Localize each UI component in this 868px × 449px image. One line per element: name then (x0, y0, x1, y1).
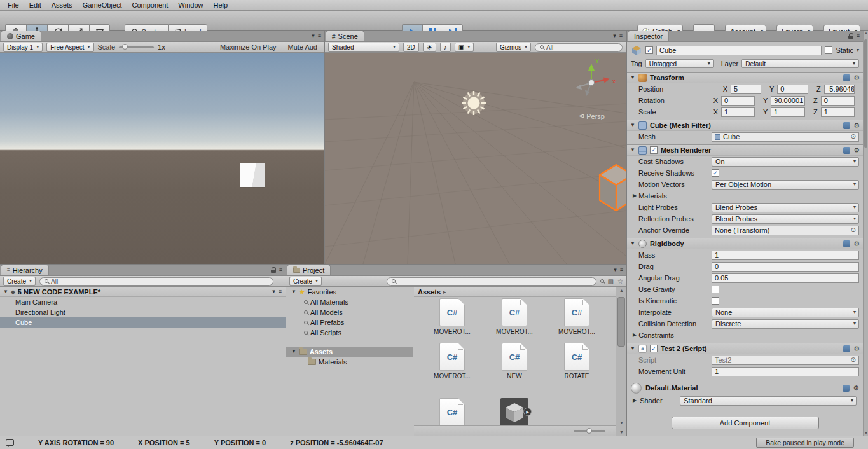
add-component-button[interactable]: Add Component (672, 417, 819, 429)
position-y-field[interactable]: 0 (777, 85, 808, 94)
asset-item[interactable]: C# NEW (486, 343, 543, 380)
mute-audio-toggle[interactable]: Mute Aud (284, 43, 321, 51)
static-checkbox[interactable] (825, 46, 832, 54)
menu-component[interactable]: Component (127, 0, 173, 10)
search-by-type-icon[interactable] (600, 279, 604, 283)
script-object-field[interactable]: Test2 ⊙ (712, 356, 859, 365)
foldout-icon[interactable]: ▼ (3, 289, 8, 294)
tab-inspector[interactable]: Inspector (628, 31, 669, 41)
foldout-icon[interactable]: ▶ (633, 193, 637, 198)
foldout-icon[interactable]: ▼ (630, 123, 635, 128)
scroll-up-icon[interactable]: ▲ (864, 31, 868, 35)
interpolate-dropdown[interactable]: None▾ (712, 308, 859, 317)
lighting-toggle[interactable]: ☀ (423, 43, 436, 52)
assets-folder-row[interactable]: ▼ Assets (286, 347, 413, 357)
scene-viewport[interactable]: Y x ⊲ Persp (325, 53, 626, 264)
menu-help[interactable]: Help (208, 0, 233, 10)
gizmo-x-label[interactable]: x (612, 78, 616, 85)
mesh-renderer-header[interactable]: ▼ ✓ Mesh Renderer ⚙ (627, 144, 863, 156)
scene-orientation-gizmo[interactable]: Y x (575, 58, 616, 96)
layer-dropdown[interactable]: Default▾ (741, 59, 859, 68)
pane-dropdown-icon[interactable]: ▾ (614, 266, 617, 273)
tab-game[interactable]: Game (1, 31, 41, 41)
scrollbar-thumb[interactable] (617, 297, 625, 347)
2d-toggle[interactable]: 2D (403, 43, 419, 52)
favorite-all-prefabs[interactable]: All Prefabs (286, 317, 413, 328)
menu-edit[interactable]: Edit (24, 0, 46, 10)
materials-foldout[interactable]: ▶ Materials (627, 190, 863, 202)
scroll-down-icon[interactable]: ▼ (616, 430, 627, 434)
gear-icon[interactable]: ⚙ (853, 240, 860, 248)
perspective-label[interactable]: ⊲ Persp (579, 112, 605, 120)
search-by-label-icon[interactable]: ▤ (608, 278, 614, 285)
menu-assets[interactable]: Assets (46, 0, 78, 10)
project-breadcrumb[interactable]: Assets ▸ (414, 287, 616, 297)
mesh-object-field[interactable]: Cube ⊙ (712, 132, 859, 142)
foldout-icon[interactable]: ▼ (630, 241, 635, 246)
asset-item-prefab[interactable]: ▶ (486, 398, 543, 426)
scroll-up-icon[interactable]: ▲ (616, 288, 627, 293)
display-dropdown[interactable]: Display 1▾ (3, 43, 43, 52)
asset-item[interactable]: C# (424, 398, 481, 426)
help-icon[interactable] (843, 240, 850, 247)
scale-slider[interactable] (119, 46, 154, 48)
asset-item[interactable]: C# MOVEROT... (424, 298, 481, 335)
object-picker-icon[interactable]: ⊙ (851, 357, 856, 363)
project-create-dropdown[interactable]: Create▾ (289, 277, 322, 286)
mass-field[interactable]: 1 (712, 251, 859, 260)
game-viewport[interactable] (0, 53, 324, 264)
help-icon[interactable] (843, 74, 850, 81)
menu-file[interactable]: File (3, 0, 24, 10)
asset-item[interactable]: C# ROTATE (548, 343, 605, 380)
gizmo-y-label[interactable]: Y (595, 58, 599, 64)
hierarchy-item-cube[interactable]: Cube (0, 317, 286, 328)
object-picker-icon[interactable]: ⊙ (851, 134, 856, 140)
help-icon[interactable] (843, 345, 850, 352)
is-kinematic-checkbox[interactable] (712, 297, 719, 305)
position-x-field[interactable]: 5 (731, 85, 761, 94)
effects-dropdown[interactable]: ▣▾ (455, 43, 474, 52)
tab-scene[interactable]: # Scene (326, 31, 364, 41)
script-header[interactable]: ▼ # ✓ Test 2 (Script) ⚙ (627, 343, 863, 354)
scene-header-row[interactable]: ▼ ◆ 5 NEW CODE EXAMPLE* ▾≡ (0, 287, 286, 297)
favorite-all-scripts[interactable]: All Scripts (286, 328, 413, 338)
audio-toggle[interactable]: ♪ (440, 43, 451, 52)
scroll-down-icon[interactable]: ▼ (616, 420, 627, 425)
zoom-slider-knob[interactable] (586, 428, 592, 434)
tab-hierarchy[interactable]: ≡ Hierarchy (1, 265, 49, 275)
foldout-icon[interactable]: ▶ (633, 398, 637, 403)
scene-search-input[interactable]: All (535, 43, 623, 52)
menu-icon[interactable]: ≡ (279, 288, 282, 294)
pane-lock-icon[interactable] (271, 267, 276, 273)
movement-unit-field[interactable]: 1 (712, 367, 859, 376)
gear-icon[interactable]: ⚙ (853, 146, 860, 155)
scale-x-field[interactable]: 1 (721, 107, 755, 117)
inspector-scrollbar[interactable]: ▲ ▼ (863, 31, 868, 436)
hierarchy-item-directional-light[interactable]: Directional Light (0, 307, 286, 317)
rotation-y-field[interactable]: 90.00001 (771, 96, 804, 106)
static-caret-icon[interactable]: ▾ (857, 48, 859, 53)
angular-drag-field[interactable]: 0.05 (712, 273, 859, 283)
asset-item[interactable]: C# MOVEROT... (424, 343, 481, 380)
motion-vectors-dropdown[interactable]: Per Object Motion▾ (712, 180, 859, 190)
help-icon[interactable] (843, 122, 850, 129)
gear-icon[interactable]: ⚙ (853, 121, 860, 130)
gizmos-dropdown[interactable]: Gizmos▾ (496, 43, 531, 52)
help-icon[interactable] (843, 385, 850, 392)
rotation-x-field[interactable]: 0 (721, 96, 755, 106)
shader-dropdown[interactable]: Standard▾ (680, 396, 857, 406)
receive-shadows-checkbox[interactable]: ✓ (712, 169, 719, 177)
materials-folder-row[interactable]: Materials (286, 357, 413, 367)
object-picker-icon[interactable]: ⊙ (851, 227, 856, 233)
asset-item[interactable]: C# MOVEROT... (486, 298, 543, 335)
bake-status-button[interactable]: Bake paused in play mode (756, 438, 854, 448)
scale-y-field[interactable]: 1 (771, 107, 804, 117)
position-z-field[interactable]: -5.960464 (824, 85, 855, 94)
scale-slider-knob[interactable] (122, 44, 128, 50)
cast-shadows-dropdown[interactable]: On▾ (712, 157, 859, 167)
object-name-field[interactable]: Cube (656, 46, 822, 55)
hierarchy-search-input[interactable]: All (39, 277, 273, 286)
reflection-probes-dropdown[interactable]: Blend Probes▾ (712, 214, 859, 224)
script-checkbox[interactable]: ✓ (650, 345, 658, 352)
hierarchy-item-main-camera[interactable]: Main Camera (0, 297, 286, 307)
